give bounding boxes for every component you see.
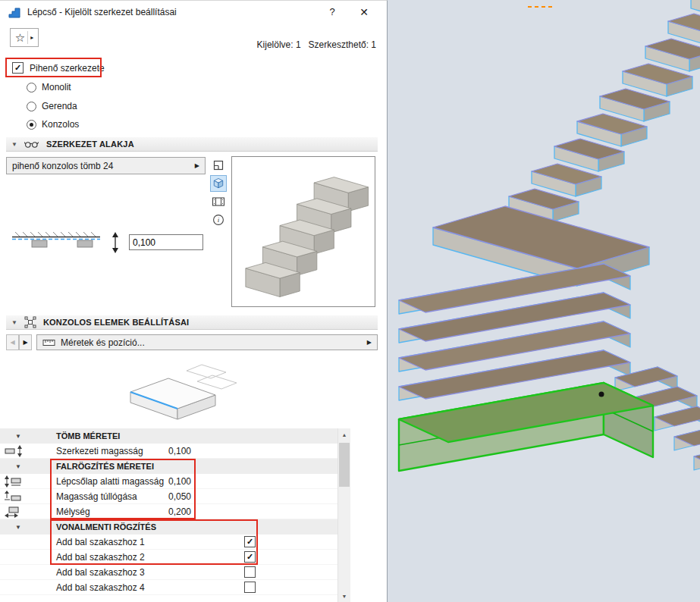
dialog-titlebar[interactable]: Lépcső - Kijelölt szerkezet beállításai … (0, 1, 387, 23)
table-row[interactable]: Magasság túllógása 0,050 (0, 489, 337, 504)
stairs-3d-render (388, 0, 700, 602)
page-dropdown-value: Méretek és pozíció... (61, 337, 362, 348)
value-field[interactable]: 0,100 (168, 446, 191, 456)
checkbox-icon[interactable] (244, 582, 256, 593)
close-button[interactable]: ✕ (350, 1, 378, 23)
cantilever-elements-icon (24, 316, 36, 328)
section-title: SZERKEZET ALAKJA (46, 140, 134, 149)
checkbox-icon[interactable] (244, 566, 256, 578)
table-scrollbar[interactable]: ▲ ▼ (337, 428, 350, 602)
radio-icon[interactable] (27, 102, 36, 111)
glasses-icon (24, 140, 39, 149)
radio-icon[interactable] (27, 83, 36, 92)
info-button[interactable]: i (210, 212, 227, 228)
value-field[interactable]: 0,200 (168, 506, 191, 517)
3d-viewport[interactable] (388, 0, 700, 602)
page-dropdown[interactable]: Méretek és pozíció... ▶ (36, 334, 378, 350)
prev-arrow-icon: ◀ (10, 339, 14, 346)
profile-preview (231, 156, 375, 307)
info-icon: i (212, 214, 224, 226)
film-icon (212, 196, 225, 207)
radio-monolit[interactable]: Monolit (27, 82, 71, 92)
section-structure-shape[interactable]: ▼ SZERKEZET ALAKJA (6, 137, 378, 152)
star-icon: ☆ (15, 32, 25, 43)
offset-input[interactable] (129, 234, 203, 250)
plan-view-button[interactable] (210, 157, 227, 174)
table-row[interactable]: Add bal szakaszhoz 1 ✓ (0, 535, 337, 550)
selection-info: Kijelölve: 1 Szerkeszthető: 1 (257, 39, 376, 50)
landing-wireframe-diagram (114, 351, 243, 425)
group-title: FALRÖGZÍTÉS MÉRETEI (56, 462, 154, 471)
checkbox-icon[interactable]: ✓ (244, 551, 256, 563)
stair-tool-icon (8, 6, 20, 18)
table-row[interactable]: Add bal szakaszhoz 4 (0, 580, 337, 595)
group-title: TÖMB MÉRETEI (56, 431, 120, 441)
divider (27, 31, 28, 44)
collapse-arrow-icon[interactable]: ▼ (15, 463, 21, 470)
next-page-button[interactable]: ▶ (19, 334, 32, 350)
group-header-falrogzites[interactable]: ▼ FALRÖGZÍTÉS MÉRETEI (0, 459, 337, 474)
dropdown-arrow-icon: ▶ (367, 339, 372, 346)
group-title: VONALMENTI RÖGZÍTÉS (56, 522, 156, 531)
landing-structure-checkbox[interactable]: ✓ Pihenő szerkezete (12, 62, 105, 74)
checkbox-icon[interactable]: ✓ (244, 536, 256, 547)
table-row[interactable]: Mélység 0,200 (0, 504, 337, 519)
prev-page-button[interactable]: ◀ (6, 334, 19, 350)
screen: Lépcső - Kijelölt szerkezet beállításai … (0, 0, 700, 602)
stair-settings-dialog: Lépcső - Kijelölt szerkezet beállításai … (0, 0, 388, 602)
scroll-up-button[interactable]: ▲ (338, 428, 350, 441)
orange-dashes (528, 6, 552, 8)
radio-icon[interactable] (27, 120, 36, 130)
section-view-button[interactable] (210, 193, 227, 210)
help-button[interactable]: ? (319, 1, 346, 23)
dropdown-arrow-icon: ▶ (195, 162, 199, 169)
cube-icon (212, 177, 225, 190)
snap-point-dot (599, 392, 604, 397)
scroll-down-button[interactable]: ▼ (338, 590, 350, 602)
height-overhang-icon (4, 491, 24, 503)
group-header-tomb-meretei[interactable]: ▼ TÖMB MÉRETEI (0, 428, 337, 444)
collapse-arrow-icon[interactable]: ▼ (11, 319, 17, 326)
checkbox-icon[interactable]: ✓ (12, 62, 24, 74)
checkbox-label: Pihenő szerkezete (30, 63, 105, 74)
collapse-arrow-icon[interactable]: ▼ (15, 433, 21, 440)
favorites-arrow-icon: ▸ (30, 34, 33, 41)
table-row[interactable]: Lépcsőlap alatti magasság 0,100 (0, 474, 337, 489)
table-row[interactable]: Add bal szakaszhoz 2 ✓ (0, 550, 337, 565)
next-arrow-icon: ▶ (23, 339, 27, 346)
stair-preview-image (232, 157, 375, 306)
scrollbar-thumb[interactable] (339, 443, 350, 487)
radio-konzolos[interactable]: Konzolos (27, 119, 79, 130)
table-row[interactable]: Szerkezeti magasság 0,100 (0, 444, 337, 459)
floor-plan-icon (212, 159, 224, 171)
under-tread-height-icon (4, 475, 24, 488)
offset-diagram-icon (11, 231, 124, 254)
group-header-vonalmenti[interactable]: ▼ VONALMENTI RÖGZÍTÉS (0, 519, 337, 535)
section-cantilever-elements[interactable]: ▼ KONZOLOS ELEMEK BEÁLLÍTÁSAI (6, 315, 378, 330)
depth-icon (4, 506, 24, 518)
value-field[interactable]: 0,050 (168, 491, 191, 502)
section-title: KONZOLOS ELEMEK BEÁLLÍTÁSAI (43, 318, 189, 327)
favorites-button[interactable]: ☆ ▸ (10, 28, 39, 47)
table-row[interactable]: Add bal szakaszhoz 3 (0, 565, 337, 580)
radio-label: Gerenda (42, 101, 77, 111)
collapse-arrow-icon[interactable]: ▼ (15, 524, 21, 531)
structural-height-icon (4, 445, 24, 457)
3d-view-button[interactable] (210, 175, 227, 192)
radio-label: Konzolos (42, 119, 79, 130)
dimensions-icon (42, 338, 55, 347)
collapse-arrow-icon[interactable]: ▼ (11, 141, 17, 148)
radio-label: Monolit (42, 82, 71, 92)
profile-dropdown-value: pihenő konzolos tömb 24 (12, 161, 190, 171)
profile-dropdown[interactable]: pihenő konzolos tömb 24 ▶ (6, 157, 206, 174)
radio-gerenda[interactable]: Gerenda (27, 101, 77, 111)
dialog-title: Lépcső - Kijelölt szerkezet beállításai (27, 7, 177, 17)
value-field[interactable]: 0,100 (168, 476, 191, 487)
